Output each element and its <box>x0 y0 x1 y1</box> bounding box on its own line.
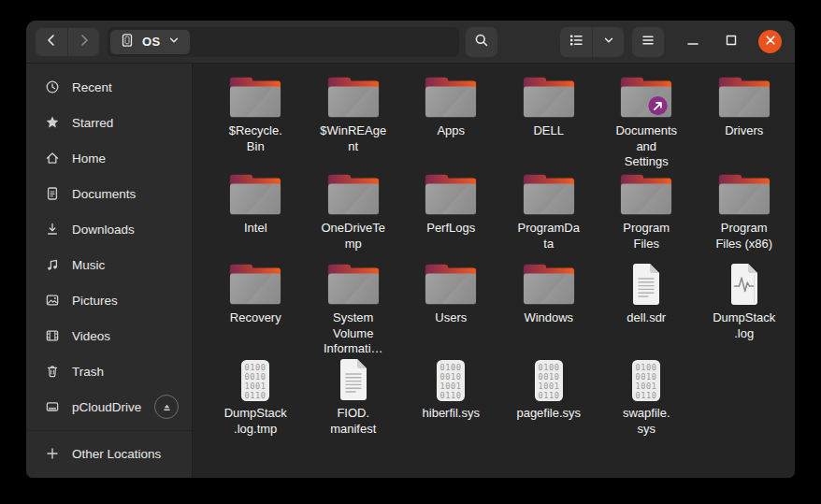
location-bar[interactable]: OS <box>108 27 459 57</box>
svg-text:0110: 0110 <box>440 391 462 400</box>
chevron-left-icon <box>44 33 59 50</box>
desktop: OS <box>0 0 821 504</box>
list-view-button[interactable] <box>560 27 592 57</box>
view-options-button[interactable] <box>592 27 624 57</box>
file-item-apps[interactable]: Apps <box>402 75 500 172</box>
sidebar-item-label: Trash <box>72 365 104 379</box>
svg-text:0110: 0110 <box>245 391 266 400</box>
files-window: OS <box>26 21 795 478</box>
chevron-down-icon[interactable] <box>167 34 180 50</box>
sidebar-item-other-locations[interactable]: Other Locations <box>30 435 188 472</box>
file-item-drivers[interactable]: Drivers <box>696 75 794 172</box>
file-item-label: OneDriveTe mp <box>321 221 385 252</box>
plus-icon <box>45 446 60 461</box>
file-item-label: swapfile. sys <box>623 406 670 437</box>
clock-icon <box>45 79 60 94</box>
file-item-label: PerfLogs <box>426 221 475 237</box>
file-item-windows[interactable]: Windows <box>500 262 598 357</box>
file-item-intel[interactable]: Intel <box>207 172 305 262</box>
file-item-dumpstack-log-tmp[interactable]: 0100001010010110DumpStack .log.tmp <box>207 357 305 439</box>
file-item-hiberfil-sys[interactable]: 0100001010010110hiberfil.sys <box>402 357 500 439</box>
file-item-label: Intel <box>244 221 267 237</box>
svg-text:0010: 0010 <box>440 372 462 382</box>
file-item-recovery[interactable]: Recovery <box>207 262 305 357</box>
sidebar-item-label: Music <box>72 258 105 272</box>
file-item-dell[interactable]: DELL <box>500 75 598 172</box>
search-button[interactable] <box>466 27 497 57</box>
svg-text:0100: 0100 <box>440 363 462 372</box>
file-item-onedrivete-mp[interactable]: OneDriveTe mp <box>305 172 403 262</box>
file-item-label: pagefile.sys <box>516 406 581 422</box>
minimize-icon <box>685 33 700 50</box>
folder-icon <box>424 262 478 307</box>
file-item-dumpstack-log[interactable]: DumpStack .log <box>696 262 794 357</box>
folder-icon <box>326 75 381 120</box>
minimize-button[interactable] <box>682 31 704 53</box>
svg-text:0100: 0100 <box>636 363 657 372</box>
sidebar-item-documents[interactable]: Documents <box>30 176 188 211</box>
file-item-program-files-x86[interactable]: Program Files (x86) <box>696 172 794 262</box>
folder-icon <box>424 75 478 120</box>
file-item-users[interactable]: Users <box>402 262 500 357</box>
file-item-system-volume-informati[interactable]: System Volume Informati… <box>305 262 403 357</box>
sidebar-item-starred[interactable]: Starred <box>30 105 188 140</box>
binary-icon: 0100001010010110 <box>627 357 665 402</box>
sidebar: RecentStarredHomeDocumentsDownloadsMusic… <box>26 64 193 478</box>
file-item-perflogs[interactable]: PerfLogs <box>402 172 500 262</box>
sidebar-item-downloads[interactable]: Downloads <box>30 211 188 247</box>
svg-text:1001: 1001 <box>538 382 559 391</box>
sidebar-item-home[interactable]: Home <box>30 140 188 176</box>
sidebar-item-pictures[interactable]: Pictures <box>30 282 188 318</box>
sidebar-item-pclouddrive[interactable]: pCloudDrive <box>30 389 188 425</box>
current-location-label: OS <box>142 35 160 49</box>
file-item-recycle-bin[interactable]: $Recycle. Bin <box>207 75 305 172</box>
text-page-icon <box>335 357 372 402</box>
sidebar-item-trash[interactable]: Trash <box>30 353 188 389</box>
file-item-winreage-nt[interactable]: $WinREAge nt <box>305 75 403 172</box>
eject-button[interactable] <box>154 395 179 419</box>
file-item-swapfile-sys[interactable]: 0100001010010110swapfile. sys <box>598 357 696 439</box>
hamburger-menu-icon <box>641 33 655 50</box>
folder-icon <box>717 172 771 217</box>
file-grid-row: 0100001010010110DumpStack .log.tmpFIOD. … <box>207 357 795 439</box>
file-item-label: DumpStack .log <box>713 310 775 341</box>
folder-icon <box>522 172 576 217</box>
file-item-label: Program Files <box>623 221 670 252</box>
document-icon <box>45 186 60 201</box>
forward-button[interactable] <box>67 28 99 56</box>
drive-icon <box>45 399 60 414</box>
sidebar-item-recent[interactable]: Recent <box>30 69 188 105</box>
trash-icon <box>45 364 60 379</box>
svg-text:0100: 0100 <box>245 363 266 372</box>
back-button[interactable] <box>36 28 67 56</box>
headerbar: OS <box>26 21 795 64</box>
nav-button-group <box>36 28 99 56</box>
folder-icon <box>717 75 771 120</box>
main-menu-button[interactable] <box>632 27 664 57</box>
file-item-dell-sdr[interactable]: dell.sdr <box>598 262 696 357</box>
file-item-label: DELL <box>533 123 564 139</box>
picture-icon <box>45 293 60 308</box>
file-item-label: $WinREAge nt <box>320 123 386 154</box>
home-icon <box>45 151 60 166</box>
maximize-button[interactable] <box>720 31 742 53</box>
file-item-program-files[interactable]: Program Files <box>598 172 696 262</box>
file-item-fiod-manifest[interactable]: FIOD. manifest <box>305 357 403 439</box>
file-item-programda-ta[interactable]: ProgramDa ta <box>500 172 598 262</box>
svg-text:0010: 0010 <box>636 372 657 382</box>
eject-icon <box>161 401 173 413</box>
file-item-label: $Recycle. Bin <box>229 123 282 154</box>
file-item-label: Program Files (x86) <box>715 221 772 252</box>
folder-icon <box>522 262 576 307</box>
path-current-location[interactable]: OS <box>110 30 190 54</box>
sidebar-bottom: Other Locations <box>26 430 192 478</box>
sidebar-item-label: Documents <box>72 187 136 201</box>
sidebar-item-videos[interactable]: Videos <box>30 318 188 353</box>
file-item-pagefile-sys[interactable]: 0100001010010110pagefile.sys <box>500 357 598 439</box>
file-item-documents-and-settings[interactable]: Documents and Settings <box>598 75 696 172</box>
file-item-label: Drivers <box>725 123 763 139</box>
file-item-label: ProgramDa ta <box>518 221 580 252</box>
close-icon <box>765 35 776 49</box>
sidebar-item-music[interactable]: Music <box>30 247 188 282</box>
close-button[interactable] <box>758 30 782 53</box>
